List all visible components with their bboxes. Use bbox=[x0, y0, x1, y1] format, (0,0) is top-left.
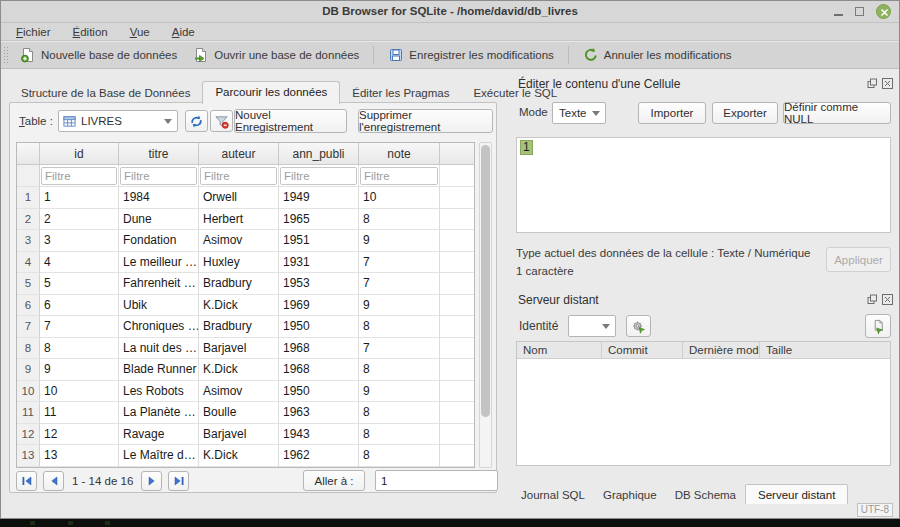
remote-column-derniere-modific[interactable]: Dernière modific bbox=[683, 342, 760, 359]
cell-note[interactable]: 10 bbox=[359, 187, 440, 209]
tab-structure[interactable]: Structure de la Base de Données bbox=[9, 84, 202, 103]
table-row[interactable]: 2 2 Dune Herbert 1965 8 bbox=[17, 209, 474, 231]
cell-id[interactable]: 8 bbox=[40, 338, 119, 360]
cell-ann-publi[interactable]: 1953 bbox=[279, 273, 359, 295]
cell-auteur[interactable]: K.Dick bbox=[199, 359, 279, 381]
cell-titre[interactable]: Fondation bbox=[119, 230, 199, 252]
cell-titre[interactable]: Fahrenheit … bbox=[119, 273, 199, 295]
revert-changes-button[interactable]: Annuler les modifications bbox=[575, 44, 740, 66]
filter-input-note[interactable] bbox=[360, 167, 438, 185]
cell-auteur[interactable]: Asimov bbox=[199, 381, 279, 403]
minimize-button[interactable] bbox=[834, 14, 843, 16]
previous-record-button[interactable] bbox=[43, 471, 64, 491]
first-record-button[interactable] bbox=[16, 471, 37, 491]
grid-vertical-scrollbar[interactable] bbox=[479, 142, 492, 468]
cell-ann-publi[interactable]: 1962 bbox=[279, 445, 359, 467]
clone-database-button[interactable] bbox=[865, 314, 891, 338]
cell-auteur[interactable]: Boulle bbox=[199, 402, 279, 424]
cell-titre[interactable]: Ubik bbox=[119, 295, 199, 317]
column-header-auteur[interactable]: auteur bbox=[199, 143, 279, 165]
table-row[interactable]: 11 11 La Planète … Boulle 1963 8 bbox=[17, 402, 474, 424]
cell-titre[interactable]: La Planète … bbox=[119, 402, 199, 424]
cell-note[interactable]: 8 bbox=[359, 445, 440, 467]
cell-titre[interactable]: Dune bbox=[119, 209, 199, 231]
cell-titre[interactable]: Blade Runner bbox=[119, 359, 199, 381]
filter-input-auteur[interactable] bbox=[200, 167, 277, 185]
cell-id[interactable]: 11 bbox=[40, 402, 119, 424]
cell-titre[interactable]: Chroniques … bbox=[119, 316, 199, 338]
cell-ann-publi[interactable]: 1963 bbox=[279, 402, 359, 424]
cell-content-editor[interactable]: 1 bbox=[516, 137, 891, 233]
tab-edit-pragmas[interactable]: Éditer les Pragmas bbox=[340, 84, 461, 103]
goto-input[interactable] bbox=[375, 470, 498, 491]
cell-auteur[interactable]: Herbert bbox=[199, 209, 279, 231]
cell-note[interactable]: 9 bbox=[359, 295, 440, 317]
cell-auteur[interactable]: Bradbury bbox=[199, 316, 279, 338]
filter-input-id[interactable] bbox=[41, 167, 117, 185]
cell-id[interactable]: 1 bbox=[40, 187, 119, 209]
apply-button[interactable]: Appliquer bbox=[826, 247, 891, 272]
cell-id[interactable]: 2 bbox=[40, 209, 119, 231]
mode-selector[interactable]: Texte bbox=[552, 102, 606, 124]
column-header-ann-publi[interactable]: ann_publi bbox=[279, 143, 359, 165]
table-row[interactable]: 9 9 Blade Runner K.Dick 1968 8 bbox=[17, 359, 474, 381]
cell-ann-publi[interactable]: 1968 bbox=[279, 338, 359, 360]
cell-titre[interactable]: 1984 bbox=[119, 187, 199, 209]
cell-titre[interactable]: Ravage bbox=[119, 424, 199, 446]
table-row[interactable]: 8 8 La nuit des … Barjavel 1968 7 bbox=[17, 338, 474, 360]
table-row[interactable]: 12 12 Ravage Barjavel 1943 8 bbox=[17, 424, 474, 446]
cell-titre[interactable]: La nuit des … bbox=[119, 338, 199, 360]
restore-button[interactable] bbox=[855, 7, 864, 16]
menu-vue[interactable]: Vue bbox=[119, 25, 161, 39]
close-panel-icon[interactable] bbox=[882, 294, 893, 305]
export-button[interactable]: Exporter bbox=[712, 102, 778, 124]
cell-ann-publi[interactable]: 1951 bbox=[279, 230, 359, 252]
cell-id[interactable]: 12 bbox=[40, 424, 119, 446]
cell-note[interactable]: 8 bbox=[359, 316, 440, 338]
table-row[interactable]: 1 1 1984 Orwell 1949 10 bbox=[17, 187, 474, 209]
cell-note[interactable]: 8 bbox=[359, 402, 440, 424]
filter-input-titre[interactable] bbox=[120, 167, 197, 185]
menu-fichier[interactable]: Fichier bbox=[5, 25, 62, 39]
filter-input-ann-publi[interactable] bbox=[280, 167, 357, 185]
identity-selector[interactable] bbox=[568, 315, 616, 337]
new-record-button[interactable]: Nouvel Enregistrement bbox=[234, 109, 347, 133]
cell-id[interactable]: 5 bbox=[40, 273, 119, 295]
table-row[interactable]: 5 5 Fahrenheit … Bradbury 1953 7 bbox=[17, 273, 474, 295]
cell-id[interactable]: 3 bbox=[40, 230, 119, 252]
table-row[interactable]: 10 10 Les Robots Asimov 1950 9 bbox=[17, 381, 474, 403]
cell-id[interactable]: 6 bbox=[40, 295, 119, 317]
dock-tab-journal-sql[interactable]: Journal SQL bbox=[512, 486, 594, 504]
column-header-note[interactable]: note bbox=[359, 143, 440, 165]
reload-remote-button[interactable] bbox=[626, 315, 651, 337]
close-button[interactable] bbox=[876, 4, 891, 19]
cell-auteur[interactable]: K.Dick bbox=[199, 295, 279, 317]
clear-filters-button[interactable] bbox=[210, 110, 233, 132]
cell-ann-publi[interactable]: 1931 bbox=[279, 252, 359, 274]
remote-column-nom[interactable]: Nom bbox=[517, 342, 602, 359]
cell-note[interactable]: 8 bbox=[359, 209, 440, 231]
cell-ann-publi[interactable]: 1949 bbox=[279, 187, 359, 209]
scrollbar-thumb[interactable] bbox=[481, 145, 490, 417]
save-changes-button[interactable]: Enregistrer les modifications bbox=[380, 44, 561, 66]
import-button[interactable]: Importer bbox=[638, 102, 706, 124]
table-row[interactable]: 3 3 Fondation Asimov 1951 9 bbox=[17, 230, 474, 252]
cell-titre[interactable]: Les Robots bbox=[119, 381, 199, 403]
cell-auteur[interactable]: K.Dick bbox=[199, 445, 279, 467]
cell-note[interactable]: 9 bbox=[359, 230, 440, 252]
menu-edition[interactable]: Édition bbox=[62, 25, 119, 39]
cell-ann-publi[interactable]: 1969 bbox=[279, 295, 359, 317]
float-panel-icon[interactable] bbox=[867, 294, 878, 305]
cell-ann-publi[interactable]: 1968 bbox=[279, 359, 359, 381]
cell-id[interactable]: 13 bbox=[40, 445, 119, 467]
dock-tab-graphique[interactable]: Graphique bbox=[594, 486, 666, 504]
table-selector[interactable]: LIVRES bbox=[58, 110, 178, 132]
open-database-button[interactable]: Ouvrir une base de données bbox=[185, 44, 367, 66]
table-row[interactable]: 4 4 Le meilleur … Huxley 1931 7 bbox=[17, 252, 474, 274]
last-record-button[interactable] bbox=[168, 471, 189, 491]
cell-note[interactable]: 9 bbox=[359, 381, 440, 403]
table-row[interactable]: 6 6 Ubik K.Dick 1969 9 bbox=[17, 295, 474, 317]
tab-execute-sql[interactable]: Exécuter le SQL bbox=[461, 84, 569, 103]
table-row[interactable]: 7 7 Chroniques … Bradbury 1950 8 bbox=[17, 316, 474, 338]
column-header-id[interactable]: id bbox=[40, 143, 119, 165]
